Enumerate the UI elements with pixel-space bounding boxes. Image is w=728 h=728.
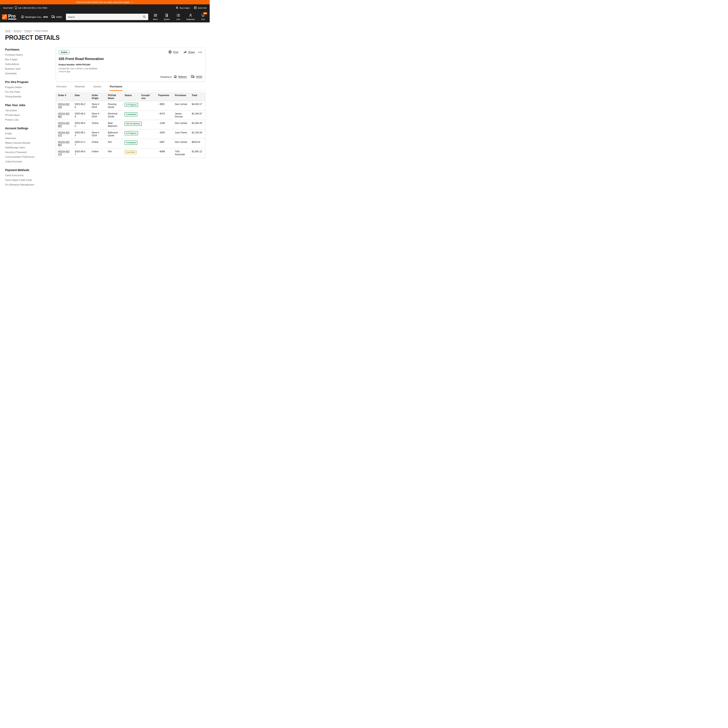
share-button[interactable]: Share (183, 50, 195, 54)
store-selector[interactable]: Washington Cou…9PM (21, 15, 48, 18)
sidebar-item-po-job-name[interactable]: PO/Job Name (5, 114, 20, 117)
search-input[interactable] (66, 16, 141, 18)
sidebar-item-cards-accounts[interactable]: Cards & Accounts (5, 174, 24, 177)
sidebar-item-job-quotes[interactable]: Job Quotes (5, 109, 17, 112)
sidebar-item-purchase-history[interactable]: Purchase History (5, 54, 23, 57)
home-depot-pro-logo[interactable]: THE HOME DEPOT Pro ® (2, 14, 16, 19)
order-number-cell: H0154-452374 (56, 148, 73, 158)
sidebar-item-pricing-benefits[interactable]: Pricing Benefits (5, 95, 21, 98)
po-job-cell: Main Bedroom (106, 120, 122, 129)
col-po-job-name: PO/Job Name (106, 93, 121, 101)
tab-quotes[interactable]: Quotes (93, 85, 102, 91)
purchases-table: Order # Date Order Origin PO/Job Name St… (56, 93, 205, 158)
po-job-cell: N/A (106, 148, 122, 158)
sidebar-item-military-discount-benefit[interactable]: Military Discount Benefit (5, 142, 30, 144)
nav-menu[interactable]: Menu (152, 14, 159, 20)
sidebar-item-home-depot-credit-cards[interactable]: Home Depot Credit Cards (5, 179, 32, 182)
table-row: H0154-452374 2025-08-07 Online N/A Cance… (56, 148, 205, 158)
sidebar-section: Payment Methods Cards & Accounts Home De… (5, 168, 49, 186)
promo-banner[interactable]: FREE IN-STORE PICKUP Over one million on… (0, 0, 210, 5)
order-number-link[interactable]: H0154-452882 (58, 141, 71, 147)
total-cell: $634.04 (190, 139, 205, 148)
nav-cart-label: Cart (201, 18, 205, 20)
search-button[interactable] (141, 14, 147, 20)
pro-wordmark: Pro (8, 14, 16, 19)
shopping-store-link[interactable]: Midtown (178, 76, 187, 78)
delivery-zip-selector[interactable]: 33981 (52, 15, 62, 18)
date-cell: 2025-08-26 (73, 110, 90, 120)
search-icon (143, 15, 146, 19)
shopping-in-label: Shopping in: (160, 76, 172, 78)
nav-cart[interactable]: 99+ Cart (200, 14, 206, 20)
col-order: Order # (56, 93, 71, 101)
share-icon (183, 50, 187, 54)
breadcrumb-account[interactable]: Account (14, 30, 21, 32)
shopping-zip-link[interactable]: 30032 (196, 76, 202, 78)
sidebar-item: Add/Manage Users (5, 146, 49, 149)
search-bar (66, 14, 148, 20)
status-cell: Out for Delivery (122, 120, 139, 129)
project-title: 435 Frent Road Renovation (58, 57, 202, 61)
sidebar-item-addresses[interactable]: Addresses (5, 137, 16, 140)
breadcrumb-projects[interactable]: Projects (24, 30, 32, 32)
payments-cell: - 8088 (156, 148, 173, 158)
sidebar-item: Pricing Benefits (5, 95, 49, 98)
order-origin-cell: Store # 0154 (90, 130, 104, 139)
zip-code: 33981 (56, 16, 62, 18)
payments-cell: - 9901 (156, 101, 173, 110)
tab-purchases[interactable]: Purchases (110, 85, 122, 91)
order-origin-cell: Online (90, 120, 104, 129)
sidebar-item-communication-preferences[interactable]: Communication Preferences (5, 156, 35, 158)
col-order-origin: Order Origin (90, 93, 104, 101)
tab-overview[interactable]: Overview (56, 85, 67, 91)
buy-it-again-button[interactable]: $ Buy it Again (176, 6, 190, 10)
nav-quotes[interactable]: $ Quotes (164, 14, 170, 20)
store-name: Washington Cou… (25, 16, 43, 18)
status-cell: Completed (122, 139, 139, 148)
sidebar-section-heading: Account Settings (5, 127, 46, 130)
date-cell: 2025-08-07 (73, 148, 90, 158)
phone-icon (15, 6, 17, 10)
order-number-link[interactable]: H0154-452982 (58, 112, 71, 118)
nav-account[interactable]: Stephanie (187, 14, 195, 20)
chevron-right-icon (132, 1, 133, 3)
more-actions-button[interactable] (198, 51, 202, 53)
nav-lists[interactable]: Lists (175, 14, 181, 20)
sidebar: Purchases Purchase History Buy It Again … (5, 48, 49, 191)
tab-materials[interactable]: Materials (75, 85, 85, 91)
date-cell: 2025-06-26 (73, 101, 90, 110)
header-nav: Menu $ Quotes Lists Stephanie 99+ Car (152, 14, 206, 20)
po-job-cell: N/A (106, 139, 122, 148)
menu-icon (154, 14, 157, 17)
breadcrumb-home[interactable]: Home (5, 30, 11, 32)
table-row: H0154-452475 2025-08-14 Store # 0154 Bat… (56, 129, 205, 139)
nav-quotes-label: Quotes (164, 18, 170, 20)
sidebar-item-linked-accounts[interactable]: Linked Accounts (5, 160, 22, 163)
sidebar-item-business-tools[interactable]: Business Tools (5, 67, 20, 70)
order-number-link[interactable]: H0154-452475 (58, 131, 71, 137)
sidebar-item-add-manage-users[interactable]: Add/Manage Users (5, 146, 25, 149)
order-number-link[interactable]: H0154-452334 (58, 103, 71, 109)
phone-support-link[interactable]: Call 1-866-333-3551 or Text 78465 (15, 6, 47, 10)
sidebar-item: Security & Password (5, 151, 49, 154)
store-hours: 9PM (43, 16, 48, 18)
sidebar-item-pro-xtra-perks[interactable]: Pro Xtra Perks (5, 90, 20, 93)
sidebar-item-profile[interactable]: Profile (5, 132, 12, 135)
sidebar-item-subscriptions[interactable]: Subscriptions (5, 63, 19, 66)
sidebar-item-program-details[interactable]: Program Details (5, 86, 22, 89)
status-cell: In Progress (122, 101, 139, 110)
sidebar-item-downloads[interactable]: Downloads (5, 72, 17, 75)
sidebar-item-pro-allowance-management[interactable]: Pro Allowance Management (5, 183, 34, 186)
order-number-link[interactable]: H0154-452374 (58, 150, 71, 156)
truck-icon (52, 15, 55, 18)
print-button[interactable]: Print (168, 50, 178, 54)
total-cell: $1,234.04 (190, 130, 205, 139)
sidebar-item-buy-it-again[interactable]: Buy It Again (5, 58, 17, 61)
store-icon (21, 15, 24, 18)
sidebar-item-product-lists[interactable]: Product Lists (5, 118, 18, 121)
col-payments: Payments (156, 93, 171, 101)
sidebar-item-security-password[interactable]: Security & Password (5, 151, 27, 154)
quick-add-button[interactable]: Quick Add (194, 6, 206, 10)
payments-cell: - 5667 (156, 139, 173, 148)
order-number-link[interactable]: H0154-452662 (58, 122, 71, 127)
